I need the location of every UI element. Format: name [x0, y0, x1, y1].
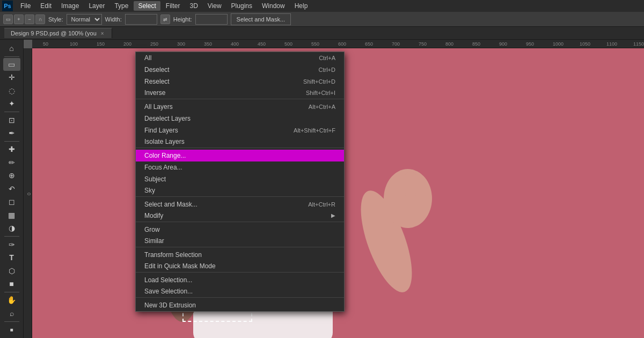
- svg-rect-13: [405, 172, 416, 199]
- menu-edit[interactable]: Edit: [36, 1, 56, 11]
- crop-tool[interactable]: ⊡: [3, 114, 20, 127]
- shape-icon: ■: [9, 280, 13, 288]
- pen-tool[interactable]: ✑: [3, 238, 20, 251]
- menu-filter[interactable]: Filter: [162, 1, 185, 11]
- tab-label: Design 9 PSD.psd @ 100% (you: [11, 30, 97, 36]
- zoom-tool[interactable]: ⌕: [3, 307, 20, 320]
- zoom-icon: ⌕: [10, 309, 14, 318]
- menu-window[interactable]: Window: [258, 1, 289, 11]
- history-tool[interactable]: ↶: [3, 182, 20, 195]
- menu-item-load-selection[interactable]: Load Selection...: [136, 274, 344, 286]
- menu-layer[interactable]: Layer: [84, 1, 109, 11]
- swap-dimensions-btn[interactable]: ⇌: [160, 14, 170, 24]
- eraser-tool[interactable]: ◻: [3, 196, 20, 209]
- menu-3d[interactable]: 3D: [185, 1, 202, 11]
- marquee-tool[interactable]: ▭: [3, 58, 20, 71]
- menu-item-deselect-label: Deselect: [144, 66, 170, 74]
- menu-select[interactable]: Select: [134, 1, 160, 11]
- foreground-color[interactable]: ■: [3, 323, 20, 336]
- menu-item-inverse-shortcut: Shift+Ctrl+I: [306, 90, 335, 96]
- options-bar: ▭ + − ∩ Style: Normal Width: ⇌ Height: S…: [0, 12, 644, 27]
- menu-item-inverse[interactable]: Inverse Shift+Ctrl+I: [136, 87, 344, 99]
- subtract-selection-btn[interactable]: −: [25, 14, 34, 24]
- clone-tool[interactable]: ⊕: [3, 170, 20, 182]
- menu-item-focus-area[interactable]: Focus Area...: [136, 161, 344, 173]
- move-tool[interactable]: ✛: [3, 71, 20, 84]
- path-tool[interactable]: ⬡: [3, 264, 20, 277]
- menu-item-sky-label: Sky: [144, 187, 155, 194]
- width-input[interactable]: [125, 14, 157, 25]
- brush-tool[interactable]: ✏: [3, 156, 20, 169]
- tab-bar: Design 9 PSD.psd @ 100% (you ×: [0, 27, 644, 40]
- menu-item-deselect-shortcut: Ctrl+D: [319, 67, 335, 73]
- menu-item-all[interactable]: All Ctrl+A: [136, 52, 344, 64]
- tab-close-btn[interactable]: ×: [100, 31, 105, 36]
- toolbar-separator-4: [4, 236, 19, 237]
- move-icon: ✛: [9, 73, 15, 82]
- menu-item-transform-selection[interactable]: Transform Selection: [136, 249, 344, 261]
- menu-item-quick-mask[interactable]: Edit in Quick Mask Mode: [136, 261, 344, 273]
- menu-item-all-layers-shortcut: Alt+Ctrl+A: [309, 104, 335, 110]
- menu-item-find-layers-shortcut: Alt+Shift+Ctrl+F: [294, 127, 335, 134]
- select-and-mask-button[interactable]: Select and Mask...: [231, 13, 291, 25]
- menu-bar: Ps File Edit Image Layer Type Select Fil…: [0, 0, 644, 12]
- menu-item-subject[interactable]: Subject: [136, 173, 344, 185]
- style-select[interactable]: Normal: [67, 14, 102, 25]
- menu-item-color-range[interactable]: Color Range...: [136, 150, 344, 161]
- menu-item-reselect[interactable]: Reselect Shift+Ctrl+D: [136, 76, 344, 87]
- add-selection-btn[interactable]: +: [14, 14, 24, 24]
- menu-item-color-range-label: Color Range...: [144, 152, 186, 159]
- menu-type[interactable]: Type: [110, 1, 133, 11]
- heal-tool[interactable]: ✚: [3, 143, 20, 156]
- menu-item-all-layers[interactable]: All Layers Alt+Ctrl+A: [136, 101, 344, 113]
- menu-item-deselect[interactable]: Deselect Ctrl+D: [136, 64, 344, 76]
- eyedropper-tool[interactable]: ✒: [3, 127, 20, 139]
- menu-item-sky[interactable]: Sky: [136, 185, 344, 197]
- ps-logo: Ps: [2, 1, 13, 11]
- toolbar-separator-6: [4, 321, 19, 322]
- menu-item-isolate-layers[interactable]: Isolate Layers: [136, 136, 344, 148]
- canvas-area[interactable]: 50 100 150 200 250 300 350 400 450 500 5…: [24, 40, 644, 338]
- menu-item-inverse-label: Inverse: [144, 89, 165, 97]
- menu-item-find-layers-label: Find Layers: [144, 127, 178, 134]
- menu-item-new-3d-extrusion-label: New 3D Extrusion: [144, 302, 196, 309]
- menu-item-save-selection[interactable]: Save Selection...: [136, 286, 344, 298]
- menu-item-deselect-layers[interactable]: Deselect Layers: [136, 113, 344, 124]
- type-tool[interactable]: T: [3, 251, 20, 264]
- type-icon: T: [9, 253, 14, 262]
- menu-item-new-3d-extrusion[interactable]: New 3D Extrusion: [136, 299, 344, 311]
- home-tool[interactable]: ⌂: [3, 42, 20, 55]
- menu-item-modify[interactable]: Modify ▶: [136, 210, 344, 222]
- history-icon: ↶: [9, 185, 15, 193]
- new-selection-btn[interactable]: ▭: [3, 14, 13, 24]
- toolbar-separator-2: [4, 112, 19, 112]
- menu-plugins[interactable]: Plugins: [227, 1, 257, 11]
- menu-item-focus-area-label: Focus Area...: [144, 164, 182, 171]
- wand-tool[interactable]: ✦: [3, 98, 20, 111]
- document-tab[interactable]: Design 9 PSD.psd @ 100% (you ×: [4, 28, 112, 38]
- gradient-icon: ▦: [8, 211, 15, 219]
- menu-item-grow[interactable]: Grow: [136, 224, 344, 236]
- menu-item-deselect-layers-label: Deselect Layers: [144, 115, 191, 122]
- menu-help[interactable]: Help: [290, 1, 312, 11]
- brush-icon: ✏: [9, 158, 15, 167]
- height-input[interactable]: [195, 14, 228, 25]
- menu-item-select-and-mask[interactable]: Select and Mask... Alt+Ctrl+R: [136, 199, 344, 210]
- toolbar-separator-1: [4, 56, 19, 57]
- menu-view[interactable]: View: [203, 1, 226, 11]
- intersect-selection-btn[interactable]: ∩: [35, 14, 45, 24]
- hand-tool[interactable]: ✋: [3, 294, 20, 307]
- lasso-tool[interactable]: ◌: [3, 84, 20, 97]
- home-icon: ⌂: [9, 44, 13, 53]
- menu-file[interactable]: File: [16, 1, 35, 11]
- height-label: Height:: [173, 16, 192, 23]
- ruler-vertical: 0 50 100 150 200 250 300 350 400 450 500: [24, 48, 32, 338]
- menu-image[interactable]: Image: [57, 1, 83, 11]
- menu-item-find-layers[interactable]: Find Layers Alt+Shift+Ctrl+F: [136, 124, 344, 136]
- dodge-tool[interactable]: ◑: [3, 222, 20, 235]
- shape-tool[interactable]: ■: [3, 277, 20, 290]
- width-label: Width:: [105, 16, 122, 23]
- menu-item-similar[interactable]: Similar: [136, 236, 344, 247]
- gradient-tool[interactable]: ▦: [3, 209, 20, 222]
- dodge-icon: ◑: [9, 224, 15, 232]
